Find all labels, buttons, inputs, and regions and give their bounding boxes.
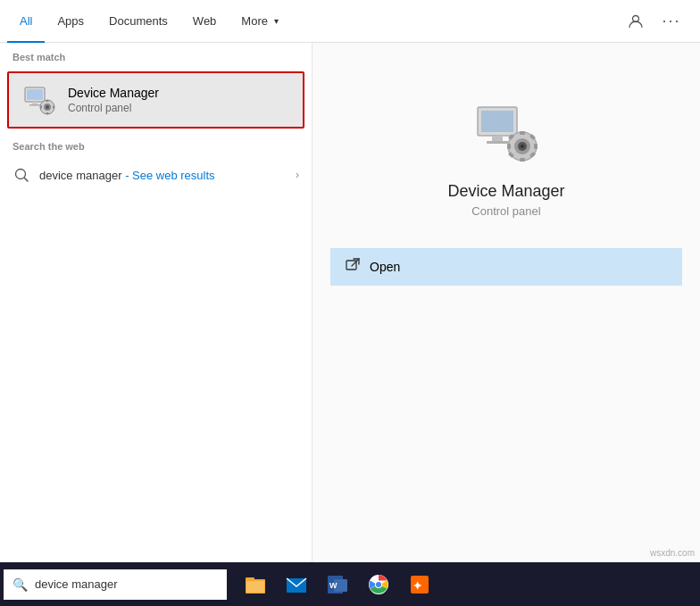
svg-rect-23 [520, 158, 525, 162]
right-panel: Device Manager Control panel Open [312, 43, 700, 562]
web-search-text: device manager - See web results [39, 169, 292, 182]
svg-rect-11 [53, 106, 54, 109]
svg-text:✦: ✦ [412, 579, 422, 593]
svg-line-31 [352, 259, 359, 266]
best-match-title: Device Manager [68, 86, 159, 100]
tab-more[interactable]: More ▾ [229, 0, 291, 43]
main-content: Best match [0, 43, 700, 562]
word-icon[interactable]: W [318, 565, 357, 604]
taskbar-search-text: device manager [35, 577, 118, 591]
svg-rect-3 [32, 102, 38, 104]
search-popup: All Apps Documents Web More ▾ ··· [0, 0, 700, 562]
svg-point-41 [376, 582, 381, 587]
svg-rect-34 [246, 581, 264, 593]
search-circle-icon [12, 166, 30, 184]
device-manager-large-icon [471, 96, 542, 168]
misc-app-icon[interactable]: ✦ [400, 565, 439, 604]
svg-rect-17 [487, 141, 508, 144]
right-app-title: Device Manager [447, 182, 564, 201]
taskbar-search-icon: 🔍 [12, 577, 28, 592]
svg-rect-10 [40, 106, 42, 109]
file-explorer-icon[interactable] [236, 565, 275, 604]
right-icon-area: Device Manager Control panel [447, 96, 564, 218]
best-match-text: Device Manager Control panel [68, 86, 159, 114]
svg-text:W: W [329, 581, 338, 590]
mail-icon[interactable] [277, 565, 316, 604]
tab-apps[interactable]: Apps [45, 0, 96, 43]
best-match-item[interactable]: Device Manager Control panel [7, 71, 304, 129]
taskbar-search-box[interactable]: 🔍 device manager [4, 569, 227, 600]
svg-point-7 [46, 105, 49, 109]
best-match-subtitle: Control panel [68, 102, 159, 114]
chrome-icon[interactable] [359, 565, 398, 604]
svg-rect-15 [481, 111, 513, 132]
device-manager-small-icon [21, 82, 57, 118]
svg-point-21 [521, 145, 524, 148]
svg-point-12 [16, 170, 26, 179]
chevron-right-icon: › [296, 169, 299, 181]
web-search-item[interactable]: device manager - See web results › [0, 157, 312, 193]
user-icon-btn[interactable] [621, 7, 650, 36]
watermark: wsxdn.com [650, 548, 695, 558]
tab-web[interactable]: Web [180, 0, 229, 43]
tab-icons-area: ··· [621, 7, 693, 36]
more-options-btn[interactable]: ··· [657, 7, 686, 36]
right-app-subtitle: Control panel [471, 204, 540, 218]
svg-rect-30 [346, 261, 356, 270]
svg-rect-24 [507, 144, 511, 149]
taskbar: 🔍 device manager W [0, 562, 700, 606]
svg-rect-22 [520, 131, 525, 135]
chevron-down-icon: ▾ [274, 16, 279, 26]
best-match-label: Best match [0, 43, 312, 68]
open-icon [345, 257, 361, 277]
svg-rect-33 [246, 577, 254, 581]
svg-rect-16 [492, 136, 503, 141]
web-section-label: Search the web [0, 132, 312, 157]
tab-documents[interactable]: Documents [96, 0, 180, 43]
svg-rect-8 [46, 100, 49, 102]
svg-line-13 [25, 178, 29, 182]
svg-rect-4 [29, 104, 40, 106]
taskbar-app-icons: W ✦ [236, 565, 439, 604]
left-panel: Best match [0, 43, 312, 562]
svg-rect-25 [534, 144, 538, 149]
open-button[interactable]: Open [330, 248, 682, 286]
svg-rect-9 [46, 112, 49, 114]
tab-all[interactable]: All [7, 0, 45, 43]
tab-bar: All Apps Documents Web More ▾ ··· [0, 0, 700, 43]
svg-rect-2 [27, 89, 43, 100]
